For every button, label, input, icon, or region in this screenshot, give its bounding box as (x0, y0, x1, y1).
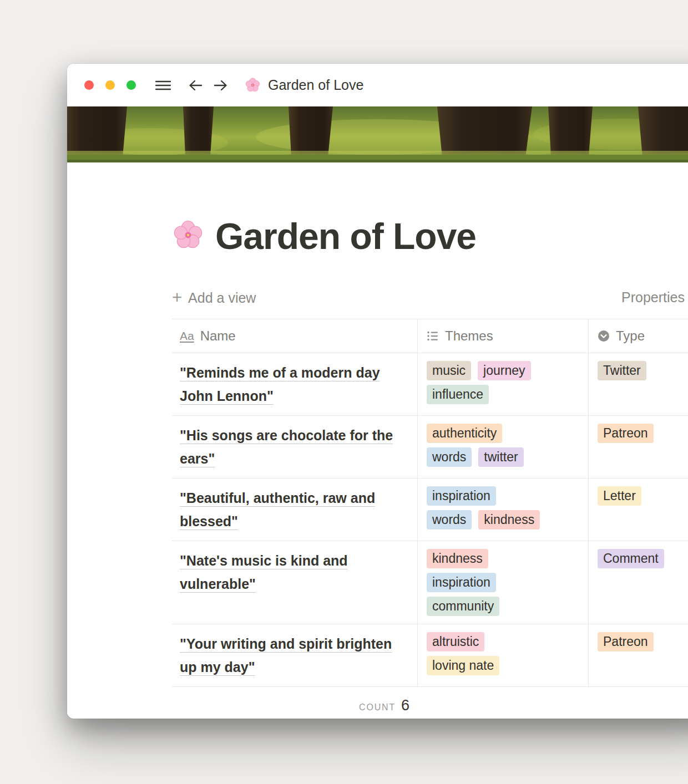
count-label: COUNT (359, 702, 396, 712)
theme-tag[interactable]: loving nate (427, 656, 499, 675)
type-tag[interactable]: Patreon (598, 632, 654, 651)
name-cell[interactable]: "Beautiful, authentic, raw and blessed" (172, 478, 417, 541)
page-content: Garden of Love + Add a view Properties A… (67, 216, 688, 714)
theme-tag[interactable]: altruistic (427, 632, 484, 651)
bulleted-list-icon (427, 330, 439, 342)
table-header: Aa Name Themes (172, 319, 688, 353)
theme-tag[interactable]: journey (478, 361, 530, 380)
type-cell[interactable]: Patreon (588, 416, 688, 478)
themes-cell[interactable]: kindness inspiration community (417, 541, 588, 624)
table-row: "His songs are chocolate for the ears" a… (172, 416, 688, 478)
table-row: "Beautiful, authentic, raw and blessed" … (172, 478, 688, 541)
page-link[interactable]: "His songs are chocolate for the ears" (180, 427, 393, 466)
page-title-row: Garden of Love (172, 216, 688, 256)
page-link[interactable]: "Your writing and spirit brighten up my … (180, 636, 392, 675)
database-table: Aa Name Themes (172, 319, 688, 714)
name-cell[interactable]: "His songs are chocolate for the ears" (172, 416, 417, 478)
table-row: "Your writing and spirit brighten up my … (172, 624, 688, 687)
column-header-name[interactable]: Aa Name (172, 319, 417, 353)
count-calculation[interactable]: COUNT 6 (172, 687, 417, 714)
add-view-button[interactable]: + Add a view (172, 290, 256, 306)
view-toolbar: + Add a view Properties (172, 287, 688, 309)
count-value: 6 (401, 697, 409, 714)
column-label-name: Name (200, 328, 236, 344)
table-row: "Nate's music is kind and vulnerable" ki… (172, 541, 688, 624)
close-window-button[interactable] (84, 80, 94, 90)
theme-tag[interactable]: community (427, 597, 499, 616)
name-cell[interactable]: "Your writing and spirit brighten up my … (172, 624, 417, 686)
add-view-label: Add a view (188, 290, 256, 306)
back-button[interactable] (188, 79, 203, 92)
theme-tag[interactable]: music (427, 361, 471, 380)
theme-tag[interactable]: twitter (478, 447, 523, 467)
column-header-themes[interactable]: Themes (417, 319, 588, 353)
window-titlebar: Garden of Love (67, 64, 688, 106)
theme-tag[interactable]: words (427, 510, 472, 530)
type-tag[interactable]: Comment (598, 549, 664, 568)
type-tag[interactable]: Letter (598, 486, 641, 506)
type-cell[interactable]: Patreon (588, 624, 688, 686)
properties-button[interactable]: Properties (621, 289, 685, 306)
theme-tag[interactable]: authenticity (427, 424, 502, 443)
page-emoji-cherry-blossom-icon[interactable] (172, 219, 204, 253)
page-link[interactable]: "Beautiful, authentic, raw and blessed" (180, 490, 375, 529)
page-title[interactable]: Garden of Love (215, 215, 476, 257)
themes-cell[interactable]: inspiration words kindness (417, 478, 588, 541)
themes-cell[interactable]: authenticity words twitter (417, 416, 588, 478)
zoom-window-button[interactable] (127, 80, 136, 90)
theme-tag[interactable]: inspiration (427, 573, 496, 592)
theme-tag[interactable]: words (427, 447, 472, 467)
themes-cell[interactable]: music journey influence (417, 353, 588, 415)
plus-icon: + (172, 290, 182, 306)
traffic-lights (84, 80, 136, 90)
app-window: Garden of Love (67, 64, 688, 719)
type-cell[interactable]: Comment (588, 541, 688, 624)
table-row: "Reminds me of a modern day John Lennon"… (172, 353, 688, 416)
type-cell[interactable]: Letter (588, 478, 688, 541)
theme-tag[interactable]: inspiration (427, 486, 496, 506)
hamburger-icon (155, 79, 171, 91)
type-tag[interactable]: Patreon (598, 424, 654, 443)
name-cell[interactable]: "Reminds me of a modern day John Lennon" (172, 353, 417, 415)
column-label-type: Type (616, 328, 645, 344)
table-footer: COUNT 6 (172, 687, 688, 714)
select-property-icon (598, 330, 610, 342)
sidebar-menu-button[interactable] (155, 79, 171, 91)
column-header-type[interactable]: Type (588, 319, 688, 353)
forward-arrow-icon (213, 79, 228, 92)
name-cell[interactable]: "Nate's music is kind and vulnerable" (172, 541, 417, 624)
theme-tag[interactable]: influence (427, 385, 489, 404)
themes-cell[interactable]: altruistic loving nate (417, 624, 588, 686)
title-property-icon: Aa (180, 329, 194, 343)
cherry-blossom-icon (245, 77, 261, 93)
forward-button[interactable] (213, 79, 228, 92)
theme-tag[interactable]: kindness (427, 549, 488, 568)
window-title: Garden of Love (268, 77, 363, 93)
back-arrow-icon (188, 79, 203, 92)
type-cell[interactable]: Twitter (588, 353, 688, 415)
page-link[interactable]: "Reminds me of a modern day John Lennon" (180, 365, 380, 404)
minimize-window-button[interactable] (105, 80, 115, 90)
page-cover-image[interactable] (67, 106, 688, 162)
forest-cover-illustration (67, 106, 688, 162)
page-link[interactable]: "Nate's music is kind and vulnerable" (180, 553, 348, 592)
theme-tag[interactable]: kindness (478, 510, 540, 530)
column-label-themes: Themes (445, 328, 493, 344)
type-tag[interactable]: Twitter (598, 361, 646, 380)
